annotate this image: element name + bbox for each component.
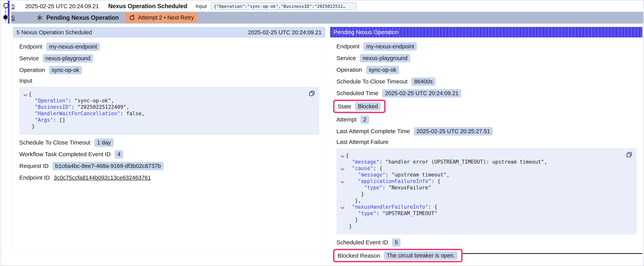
- input-preview-text: {"Operation":"sync-op-ok","BusinessID":"…: [214, 4, 346, 9]
- field-last-attempt-complete-time: Last Attempt Complete Time 2025-02-25 UT…: [336, 127, 636, 136]
- field-label: Scheduled Time: [336, 90, 378, 97]
- field-schedule-to-close-timeout: Schedule To Close Timeout 86400s: [336, 77, 636, 86]
- panel-title: Pending Nexus Operation: [334, 29, 398, 36]
- field-scheduled-event-id: Scheduled Event ID 5: [336, 238, 636, 247]
- panel-bottom-divider: [457, 253, 642, 254]
- code-line: "message": "upstream timeout",: [339, 172, 632, 178]
- event-row-pending[interactable]: 5 Pending Nexus Operation Attempt 2 • Ne…: [11, 12, 643, 24]
- field-label: Endpoint: [336, 43, 360, 50]
- field-label: Schedule To Close Timeout: [19, 139, 90, 146]
- blocked-reason-value-badge: The circuit breaker is open.: [384, 251, 458, 260]
- field-value-badge: nexus-playground: [360, 54, 410, 62]
- field-value-badge: nexus-playground: [43, 54, 93, 63]
- field-blocked-reason-row: Blocked Reason The circuit breaker is op…: [336, 250, 636, 261]
- field-label: Endpoint ID: [19, 174, 50, 181]
- code-line: "type": "NexusFailure": [339, 184, 632, 191]
- field-value-badge: 2025-02-25 UTC 20:24:09.21: [382, 89, 461, 98]
- field-service: Service nexus-playground: [19, 54, 319, 63]
- scheduled-panel-header: 5 Nexus Operation Scheduled 2025-02-25 U…: [13, 27, 325, 38]
- field-value-badge: 1 day: [94, 138, 114, 147]
- scheduled-event-panel: 5 Nexus Operation Scheduled 2025-02-25 U…: [13, 27, 325, 254]
- event-id-link[interactable]: 5: [12, 15, 15, 21]
- event-id-link[interactable]: 5: [12, 3, 15, 10]
- field-operation: Operation sync-op-ok: [19, 66, 319, 74]
- retry-arrow-icon: [129, 15, 135, 21]
- pending-event-title: Pending Nexus Operation: [46, 14, 119, 21]
- field-label: Scheduled Event ID: [336, 239, 388, 246]
- timeline-open-circle-icon: [4, 3, 8, 8]
- field-label: Last Attempt Complete Time: [336, 128, 410, 135]
- chevron-down-icon[interactable]: [340, 179, 344, 183]
- panel-title: 5 Nexus Operation Scheduled: [16, 29, 92, 36]
- event-history-view: 5 2025-02-25 UTC 20:24:09.21 Nexus Opera…: [0, 0, 644, 266]
- event-title: Nexus Operation Scheduled: [108, 3, 187, 10]
- field-schedule-to-close-timeout: Schedule To Close Timeout 1 day: [19, 138, 319, 147]
- code-line: "cause": {: [339, 165, 632, 172]
- field-request-id: Request ID b1c6a4bc-8ee7-468a-9169-df3b0…: [19, 162, 319, 170]
- pending-asterisk-icon: [36, 14, 43, 21]
- field-workflow-task-completed-event-id: Workflow Task Completed Event ID 4: [19, 150, 319, 159]
- panel-timestamp: 2025-02-25 UTC 20:24:09.21: [248, 29, 322, 36]
- event-row-scheduled[interactable]: 5 2025-02-25 UTC 20:24:09.21 Nexus Opera…: [11, 1, 643, 12]
- code-line: "nexusHandlerFailureInfo": {: [339, 204, 632, 210]
- field-value-badge: 86400s: [412, 77, 436, 86]
- code-line: "HandlerWaitForCancellation": false,: [22, 110, 314, 117]
- field-label: Request ID: [19, 163, 48, 169]
- field-value-badge: 2025-02-25 UTC 20:25:27.51: [414, 127, 493, 136]
- field-label: Operation: [336, 67, 362, 73]
- input-json-viewer: {"Operation": "sync-op-ok","BusinessID":…: [19, 87, 319, 135]
- field-label: Attempt: [336, 116, 356, 123]
- field-value-badge: my-nexus-endpoint: [46, 43, 100, 51]
- field-value-badge: sync-op-ok: [366, 66, 399, 74]
- chevron-down-icon[interactable]: [340, 167, 344, 170]
- pending-panel-header: Pending Nexus Operation: [330, 27, 642, 38]
- code-line: {: [339, 152, 632, 159]
- endpoint-id-link[interactable]: 3c0c75ccfa8144b092c13ce632463761: [54, 174, 151, 181]
- chevron-down-icon[interactable]: [24, 92, 27, 96]
- code-line: }: [339, 191, 632, 197]
- field-value-badge: 5: [392, 238, 400, 247]
- field-label: Endpoint: [19, 43, 42, 50]
- field-service: Service nexus-playground: [336, 54, 636, 62]
- event-timestamp: 2025-02-25 UTC 20:24:09.21: [25, 3, 99, 10]
- state-value-badge: Blocked: [355, 102, 381, 111]
- field-label: Operation: [19, 67, 45, 73]
- field-endpoint: Endpoint my-nexus-endpoint: [19, 42, 319, 51]
- code-line: "applicationFailureInfo": {: [339, 178, 632, 184]
- chevron-down-icon[interactable]: [340, 205, 344, 209]
- last-attempt-failure-label: Last Attempt Failure: [336, 139, 636, 145]
- retry-badge-label: Attempt 2 • Next Retry: [138, 15, 194, 21]
- field-value-badge: sync-op-ok: [49, 66, 82, 74]
- code-line: "Operation": "sync-op-ok",: [22, 98, 314, 104]
- code-line: "Args": []: [22, 117, 314, 123]
- copy-icon[interactable]: [308, 90, 315, 97]
- blocked-reason-highlight-box: Blocked Reason The circuit breaker is op…: [333, 249, 462, 262]
- field-scheduled-time: Scheduled Time 2025-02-25 UTC 20:24:09.2…: [336, 89, 636, 98]
- field-value-badge: b1c6a4bc-8ee7-468a-9169-df3b02c8737b: [52, 162, 164, 170]
- field-attempt: Attempt 2: [336, 115, 636, 124]
- input-preview-box[interactable]: {"Operation":"sync-op-ok","BusinessID":"…: [211, 2, 356, 10]
- field-label: Workflow Task Completed Event ID: [19, 151, 111, 158]
- field-label: Blocked Reason: [338, 252, 380, 259]
- field-label: Service: [336, 55, 356, 61]
- code-line: },: [339, 197, 632, 204]
- code-line: "BusinessID": "20250225122409",: [22, 104, 314, 110]
- code-line: }: [22, 123, 314, 130]
- timeline-current-dot-icon: [4, 15, 8, 19]
- chevron-down-icon[interactable]: [340, 154, 344, 158]
- input-section-label: Input: [19, 77, 319, 84]
- timeline-gutter-border: [2, 1, 2, 265]
- copy-icon[interactable]: [626, 151, 633, 158]
- field-state-row: State Blocked: [336, 101, 636, 112]
- field-label: Schedule To Close Timeout: [336, 78, 408, 85]
- field-value-badge: 4: [114, 150, 123, 159]
- code-line: "type": "UPSTREAM_TIMEOUT": [339, 210, 632, 217]
- failure-json-viewer: {"message": "handler error (UPSTREAM_TIM…: [336, 148, 636, 235]
- code-line: }: [339, 217, 632, 223]
- state-highlight-box: State Blocked: [333, 100, 386, 113]
- field-operation: Operation sync-op-ok: [336, 66, 636, 74]
- input-label: Input: [196, 3, 207, 9]
- field-endpoint: Endpoint my-nexus-endpoint: [336, 42, 636, 51]
- code-line: {: [22, 91, 314, 98]
- retry-status-badge: Attempt 2 • Next Retry: [125, 13, 198, 23]
